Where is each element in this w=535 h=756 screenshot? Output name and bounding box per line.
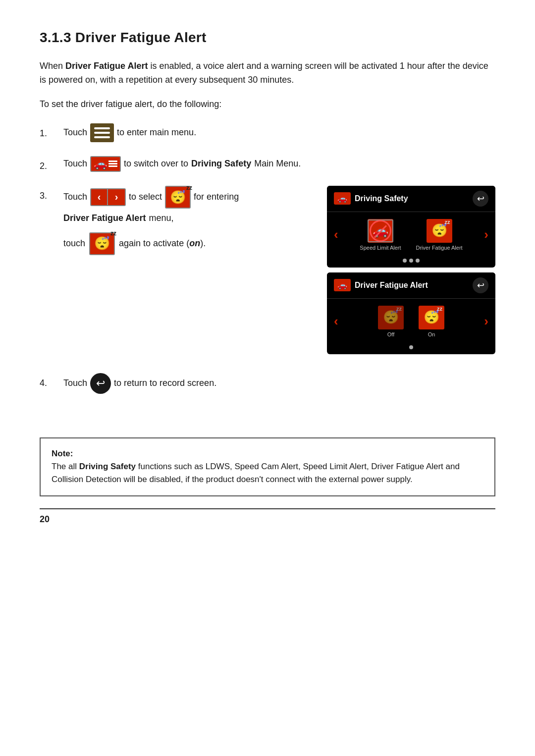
step-4: 4. Touch ↩ to return to record screen. — [40, 373, 495, 394]
step-3-number: 3. — [40, 186, 63, 201]
step-3-left: Touch ‹ › to select 😴 zz — [63, 186, 312, 255]
note-label: Note: — [52, 449, 73, 458]
step-2-tail: Main Menu. — [254, 157, 301, 171]
note-paragraph: Note: The all Driving Safety functions s… — [52, 447, 483, 486]
screen-1-label-right: Driver Fatigue Alert — [416, 245, 463, 251]
screen-2-body: ‹ 😴zz Off 😴zz — [327, 299, 495, 342]
arrow-nav-icon: ‹ › — [90, 188, 126, 206]
note-text1: The all — [52, 462, 79, 471]
fatigue-on-icon: 😴zz — [419, 306, 444, 329]
intro-paragraph: When Driver Fatigue Alert is enabled, a … — [40, 59, 495, 87]
screen-1-car-icon: 🚗 — [334, 192, 351, 205]
left-arrow: ‹ — [90, 188, 108, 206]
screen-1-icons-row: 🚗 Speed Limit Alert 😴zz Driver Fatigue A… — [360, 219, 462, 251]
screen-2-item-off: 😴zz Off — [378, 306, 404, 337]
screen-1-title: Driving Safety — [355, 194, 408, 203]
screen-2-label-off: Off — [387, 331, 394, 337]
step-3-text: Touch ‹ › to select 😴 zz — [63, 186, 312, 225]
screen-1-item-speed-limit: 🚗 Speed Limit Alert — [360, 219, 401, 251]
step-2-content: Touch 🚗 to switch over to Driving Safety… — [63, 156, 495, 172]
screen-2-label-on: On — [428, 331, 435, 337]
step-4-number: 4. — [40, 373, 63, 388]
screen-2-right-arrow: › — [484, 314, 488, 329]
step-3-bold: Driver Fatigue Alert — [63, 212, 146, 225]
screen-1-header: 🚗 Driving Safety ↩ — [327, 186, 495, 212]
step-3-to-select: to select — [129, 190, 162, 204]
return-icon: ↩ — [90, 373, 111, 394]
screen-driving-safety: 🚗 Driving Safety ↩ ‹ 🚗 Speed — [327, 186, 495, 268]
screen-1-right-arrow: › — [484, 227, 488, 242]
step-3-sub-again: again to activate (on). — [119, 238, 206, 249]
steps-list: 1. Touch to enter main menu. 2. Touch 🚗 — [40, 123, 495, 408]
step-1-content: Touch to enter main menu. — [63, 123, 495, 142]
menu-icon — [90, 123, 114, 142]
screen-1-return-btn: ↩ — [473, 191, 488, 207]
step-3: 3. Touch ‹ › to select — [40, 186, 495, 359]
screen-2-header-left: 🚗 Driver Fatigue Alert — [334, 279, 428, 291]
step-3-menu: menu, — [149, 212, 173, 225]
step-3-sub-touch: touch — [63, 238, 85, 249]
step-4-touch: Touch — [63, 377, 87, 390]
screen-2-header: 🚗 Driver Fatigue Alert ↩ — [327, 272, 495, 299]
section-title: 3.1.3 Driver Fatigue Alert — [40, 30, 495, 46]
screen-2-return-btn: ↩ — [473, 277, 488, 293]
step-3-layout: Touch ‹ › to select 😴 zz — [63, 186, 495, 359]
speed-limit-icon: 🚗 — [368, 219, 393, 243]
step-2-touch: Touch — [63, 157, 87, 171]
screen-1-header-left: 🚗 Driving Safety — [334, 192, 408, 205]
fatigue-activate-icon: 😴 zz — [89, 232, 115, 255]
step-3-sub: touch 😴 zz again to activate (on). — [63, 232, 312, 255]
driving-safety-icon: 🚗 — [90, 156, 121, 172]
step-2-number: 2. — [40, 156, 63, 171]
note-bold: Driving Safety — [79, 462, 136, 471]
fatigue-off-icon: 😴zz — [378, 306, 404, 329]
right-arrow: › — [108, 188, 126, 206]
step-2-text-mid: to switch over to — [124, 157, 188, 171]
screen-2-left-arrow: ‹ — [334, 314, 338, 329]
step-4-tail: to return to record screen. — [114, 377, 216, 390]
speed-limit-no: 🚗 — [368, 219, 393, 242]
step-3-touch: Touch — [63, 190, 87, 204]
step-3-for: for entering — [194, 190, 239, 204]
page-number: 20 — [40, 514, 50, 524]
step-1: 1. Touch to enter main menu. — [40, 123, 495, 142]
step-1-touch-label: Touch — [63, 126, 87, 140]
intro-text1: When — [40, 61, 65, 71]
screen-2-car-icon: 🚗 — [334, 279, 351, 291]
footer: 20 — [40, 508, 495, 525]
step-2: 2. Touch 🚗 to switch over to Driving Saf… — [40, 156, 495, 172]
step-4-content: Touch ↩ to return to record screen. — [63, 373, 495, 394]
dot-3 — [416, 259, 420, 263]
step-3-screenshots: 🚗 Driving Safety ↩ ‹ 🚗 Speed — [327, 186, 495, 359]
screen-2-item-on: 😴zz On — [419, 306, 444, 337]
step-1-tail: to enter main menu. — [117, 126, 196, 140]
intro-bold: Driver Fatigue Alert — [65, 61, 148, 71]
screen-1-body: ‹ 🚗 Speed Limit Alert 😴zz — [327, 212, 495, 256]
step-4-text: Touch ↩ to return to record screen. — [63, 373, 216, 394]
step-1-text: Touch to enter main menu. — [63, 123, 196, 142]
dot-1 — [403, 259, 407, 263]
note-box: Note: The all Driving Safety functions s… — [40, 437, 495, 496]
screen-2-icons-row: 😴zz Off 😴zz On — [378, 306, 444, 337]
screen-2-title: Driver Fatigue Alert — [355, 281, 428, 290]
step-2-text: Touch 🚗 to switch over to Driving Safety… — [63, 156, 301, 172]
fatigue-select-icon: 😴 zz — [165, 186, 191, 209]
step-2-bold: Driving Safety — [191, 157, 251, 171]
dot-2 — [409, 259, 413, 263]
screen-fatigue-alert: 🚗 Driver Fatigue Alert ↩ ‹ 😴zz — [327, 272, 495, 354]
dot-s2-1 — [409, 345, 413, 349]
screen-1-item-fatigue: 😴zz Driver Fatigue Alert — [416, 219, 463, 251]
fatigue-screen-icon: 😴zz — [427, 219, 452, 243]
screen-1-left-arrow: ‹ — [334, 227, 338, 242]
set-instruction: To set the driver fatigue alert, do the … — [40, 99, 495, 109]
screen-2-dots — [327, 342, 495, 354]
screen-1-dots — [327, 256, 495, 268]
screen-1-label-left: Speed Limit Alert — [360, 245, 401, 251]
step-1-number: 1. — [40, 123, 63, 139]
